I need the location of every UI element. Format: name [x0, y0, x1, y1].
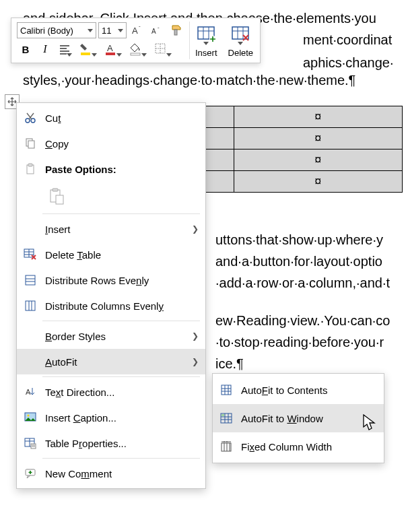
svg-rect-12 [131, 53, 140, 55]
menu-item-new-comment[interactable]: New Comment [17, 461, 205, 486]
menu-item-autofit[interactable]: AutoFit ❯ [17, 349, 205, 374]
menu-item-fixed-width[interactable]: Fixed Column Width [213, 432, 384, 461]
autofit-window-icon [218, 410, 234, 426]
menu-item-distribute-cols[interactable]: Distribute Columns Evenly [17, 293, 205, 319]
svg-point-46 [28, 415, 30, 417]
svg-rect-32 [53, 189, 58, 191]
chevron-down-icon [116, 53, 122, 57]
svg-rect-30 [28, 164, 32, 166]
delete-button[interactable]: Delete [223, 20, 259, 61]
svg-rect-9 [81, 53, 90, 55]
doc-fragment: ment·coordinat aphics·change· [303, 30, 394, 73]
menu-item-cut[interactable]: Cut [17, 105, 205, 131]
table-properties-icon [22, 435, 38, 451]
mini-toolbar: Calibri (Body) 11 Aˆ Aˇ B I [11, 18, 261, 63]
distribute-cols-icon [22, 298, 38, 314]
shrink-font-button[interactable]: Aˇ [148, 22, 166, 39]
svg-text:A: A [26, 388, 31, 396]
menu-item-copy[interactable]: Copy [17, 131, 205, 156]
chevron-down-icon [118, 29, 123, 32]
svg-rect-38 [26, 275, 35, 285]
menu-item-insert-caption[interactable]: Insert Caption... [17, 405, 205, 430]
menu-item-table-properties[interactable]: Table Properties... [17, 430, 205, 456]
chevron-down-icon [203, 42, 209, 45]
chevron-down-icon [67, 53, 72, 57]
chevron-right-icon: ❯ [192, 224, 199, 234]
fixed-width-icon [218, 438, 234, 455]
clipboard-icon [22, 161, 38, 177]
shading-button[interactable] [125, 40, 148, 58]
chevron-down-icon [88, 29, 93, 32]
chevron-right-icon: ❯ [192, 357, 199, 366]
font-color-button[interactable]: A [100, 40, 123, 58]
menu-item-autofit-window[interactable]: AutoFit to Window [213, 404, 384, 432]
chevron-right-icon: ❯ [192, 331, 199, 341]
format-painter-button[interactable] [168, 22, 185, 39]
chevron-down-icon [238, 42, 243, 45]
grow-font-button[interactable]: Aˆ [129, 22, 146, 39]
cut-icon [22, 110, 38, 126]
menu-item-border-styles[interactable]: Border Styles ❯ [17, 323, 205, 349]
menu-item-autofit-contents[interactable]: AutoFit to Contents [213, 376, 384, 404]
new-comment-icon [22, 465, 38, 481]
table-cell[interactable]: ¤ [234, 106, 402, 128]
svg-rect-11 [106, 53, 115, 55]
svg-rect-4 [174, 30, 177, 35]
borders-button[interactable] [150, 40, 173, 58]
copy-icon [22, 135, 38, 152]
menu-item-insert[interactable]: Insert ❯ [17, 216, 205, 242]
paste-keep-source-button[interactable] [45, 185, 68, 207]
align-button[interactable] [56, 40, 73, 58]
font-size-combo[interactable]: 11 [98, 22, 127, 38]
context-menu: Cut Copy Paste Options: Insert ❯ Delete … [16, 102, 206, 489]
doc-line: styles,·your·headings·change·to·match·th… [23, 70, 408, 90]
svg-text:A: A [132, 26, 138, 36]
distribute-rows-icon [22, 272, 38, 288]
highlight-button[interactable] [75, 40, 98, 58]
delete-table-icon [22, 246, 38, 263]
bold-button[interactable]: B [17, 40, 34, 58]
mouse-cursor [363, 414, 376, 434]
autofit-contents-icon [218, 382, 234, 398]
menu-item-distribute-rows[interactable]: Distribute Rows Evenly [17, 267, 205, 293]
picture-icon [22, 409, 38, 426]
italic-button[interactable]: I [36, 40, 54, 58]
menu-item-delete-table[interactable]: Delete Table [17, 242, 205, 267]
chevron-down-icon [166, 53, 172, 57]
font-name-combo[interactable]: Calibri (Body) [17, 22, 96, 38]
text-direction-icon: A [22, 384, 38, 400]
svg-rect-54 [222, 385, 231, 395]
svg-rect-28 [28, 141, 34, 148]
svg-text:A: A [151, 28, 156, 35]
menu-item-paste-options: Paste Options: [17, 156, 205, 182]
autofit-submenu: AutoFit to Contents AutoFit to Window Fi… [212, 373, 384, 463]
svg-text:A: A [107, 43, 113, 53]
svg-text:ˇ: ˇ [158, 26, 160, 32]
chevron-down-icon [92, 53, 97, 57]
doc-fragment: uttons·that·show·up·where·y and·a·button… [215, 229, 390, 374]
chevron-down-icon [141, 53, 147, 57]
menu-item-text-direction[interactable]: A Text Direction... [17, 379, 205, 405]
svg-rect-41 [26, 301, 35, 310]
svg-rect-64 [222, 414, 224, 416]
svg-text:ˆ: ˆ [139, 25, 141, 31]
paste-options-row [17, 182, 205, 211]
insert-button[interactable]: Insert [190, 20, 223, 61]
svg-rect-33 [56, 195, 63, 204]
